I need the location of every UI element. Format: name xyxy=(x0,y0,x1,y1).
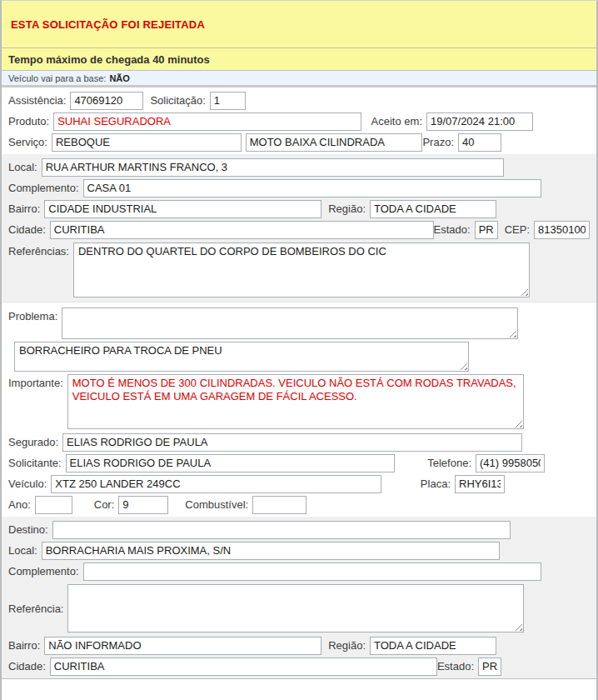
origin-regiao-input[interactable] xyxy=(370,200,496,218)
rejected-banner: ESTA SOLICITAÇÃO FOI REJEITADA xyxy=(2,1,596,48)
footer-spacer xyxy=(2,679,596,700)
vehicle-to-base-bar: Veículo vai para a base: NÃO xyxy=(2,71,596,88)
origin-cidade-row: Cidade: Estado: CEP: xyxy=(2,219,596,240)
dest-referencia-row: Referência: xyxy=(2,584,596,632)
assistencia-label: Assistência: xyxy=(8,94,66,107)
cor-label: Cor: xyxy=(94,498,115,511)
origin-estado-label: Estado: xyxy=(434,223,471,236)
dest-bairro-label: Bairro: xyxy=(8,639,40,652)
origin-complemento-row: Complemento: xyxy=(2,178,596,198)
origin-estado-input[interactable] xyxy=(475,221,498,239)
assistance-row: Assistência: Solicitação: xyxy=(2,90,596,111)
aceito-em-label: Aceito em: xyxy=(371,115,422,128)
segurado-label: Segurado: xyxy=(8,436,58,448)
aceito-em-input[interactable] xyxy=(426,112,533,131)
rejected-banner-text: ESTA SOLICITAÇÃO FOI REJEITADA xyxy=(11,18,205,31)
solicitacao-label: Solicitação: xyxy=(150,94,205,107)
origin-complemento-input[interactable] xyxy=(83,179,541,198)
destination-section: Destino: Local: Complemento: Referência:… xyxy=(2,517,596,679)
origin-regiao-label: Região: xyxy=(328,202,366,215)
produto-input[interactable] xyxy=(53,112,361,131)
observacao-textarea[interactable]: BORRACHEIRO PARA TROCA DE PNEU xyxy=(14,342,469,372)
max-arrival-time-text: Tempo máximo de chegada 40 minutos xyxy=(8,53,210,66)
dest-cidade-input[interactable] xyxy=(50,658,437,676)
dest-bairro-input[interactable] xyxy=(44,637,321,655)
servico-tipo-input[interactable] xyxy=(246,133,423,152)
destino-row: Destino: xyxy=(2,519,596,540)
solicitante-input[interactable] xyxy=(66,454,395,472)
problema-textarea[interactable] xyxy=(62,308,518,339)
solicitante-row: Solicitante: Telefone: xyxy=(2,452,596,473)
dest-referencia-textarea[interactable] xyxy=(67,584,524,632)
servico-input[interactable] xyxy=(52,133,242,152)
assistencia-input[interactable] xyxy=(70,92,143,110)
dest-bairro-row: Bairro: Região: xyxy=(2,635,596,656)
solicitacao-input[interactable] xyxy=(210,92,246,110)
product-row: Produto: Aceito em: xyxy=(2,111,596,132)
placa-label: Placa: xyxy=(421,478,451,490)
origin-referencias-label: Referências: xyxy=(8,242,69,258)
request-section: Assistência: Solicitação: Produto: Aceit… xyxy=(2,88,596,154)
ano-label: Ano: xyxy=(8,498,31,511)
origin-local-row: Local: xyxy=(2,157,596,178)
assistance-request-form: ESTA SOLICITAÇÃO FOI REJEITADA Tempo máx… xyxy=(0,0,598,700)
servico-label: Serviço: xyxy=(8,136,47,148)
importante-label: Importante: xyxy=(8,374,63,389)
destino-input[interactable] xyxy=(52,521,511,539)
dest-estado-label: Estado: xyxy=(437,660,474,672)
dest-cidade-label: Cidade: xyxy=(8,660,46,672)
problema-row: Problema: xyxy=(2,308,596,339)
dest-referencia-label: Referência: xyxy=(8,602,63,615)
veiculo-input[interactable] xyxy=(51,475,381,493)
segurado-row: Segurado: xyxy=(2,432,596,452)
dest-complemento-input[interactable] xyxy=(83,562,541,581)
origin-complemento-label: Complemento: xyxy=(8,182,79,194)
ano-cor-combustivel-row: Ano: Cor: Combustível: xyxy=(2,494,596,515)
origin-bairro-row: Bairro: Região: xyxy=(2,198,596,219)
details-section: Problema: BORRACHEIRO PARA TROCA DE PNEU… xyxy=(2,302,596,517)
placa-input[interactable] xyxy=(455,475,505,493)
dest-local-label: Local: xyxy=(8,544,37,557)
origin-referencias-textarea[interactable]: DENTRO DO QUARTEL DO CORPO DE BOMBEIROS … xyxy=(73,242,530,298)
destino-label: Destino: xyxy=(8,523,48,536)
max-arrival-time-banner: Tempo máximo de chegada 40 minutos xyxy=(2,48,596,71)
veiculo-label: Veículo: xyxy=(8,478,47,490)
service-row: Serviço: Prazo: xyxy=(2,132,596,152)
origin-cep-label: CEP: xyxy=(505,223,530,236)
origin-section: Local: Complemento: Bairro: Região: Cida… xyxy=(2,154,596,302)
origin-bairro-input[interactable] xyxy=(44,200,321,218)
combustivel-label: Combustível: xyxy=(185,498,248,511)
origin-local-input[interactable] xyxy=(42,158,504,177)
telefone-input[interactable] xyxy=(476,454,545,472)
produto-label: Produto: xyxy=(8,115,49,128)
dest-complemento-row: Complemento: xyxy=(2,561,596,582)
origin-bairro-label: Bairro: xyxy=(8,202,40,215)
origin-local-label: Local: xyxy=(8,161,37,173)
vehicle-to-base-label: Veículo vai para a base: xyxy=(8,73,106,83)
prazo-label: Prazo: xyxy=(422,136,454,148)
dest-regiao-input[interactable] xyxy=(370,637,496,655)
importante-row: Importante: MOTO É MENOS DE 300 CILINDRA… xyxy=(2,374,596,429)
observacao-row: BORRACHEIRO PARA TROCA DE PNEU xyxy=(2,342,596,372)
solicitante-label: Solicitante: xyxy=(8,457,62,469)
vehicle-to-base-value: NÃO xyxy=(109,73,129,83)
dest-local-row: Local: xyxy=(2,540,596,561)
dest-complemento-label: Complemento: xyxy=(8,565,79,578)
segurado-input[interactable] xyxy=(62,433,522,452)
prazo-input[interactable] xyxy=(458,133,501,152)
ano-input[interactable] xyxy=(35,496,72,514)
origin-cidade-input[interactable] xyxy=(50,221,434,239)
dest-local-input[interactable] xyxy=(42,542,500,560)
cor-input[interactable] xyxy=(118,496,168,514)
origin-cidade-label: Cidade: xyxy=(8,223,46,236)
dest-estado-input[interactable] xyxy=(478,658,501,676)
origin-cep-input[interactable] xyxy=(534,221,590,239)
origin-referencias-row: Referências: DENTRO DO QUARTEL DO CORPO … xyxy=(2,242,596,298)
telefone-label: Telefone: xyxy=(427,457,471,469)
veiculo-row: Veículo: Placa: xyxy=(2,473,596,494)
dest-regiao-label: Região: xyxy=(328,639,366,652)
problema-label: Problema: xyxy=(8,308,57,322)
importante-textarea[interactable]: MOTO É MENOS DE 300 CILINDRADAS. VEICULO… xyxy=(67,374,524,429)
dest-cidade-row: Cidade: Estado: xyxy=(2,656,596,677)
combustivel-input[interactable] xyxy=(252,496,306,514)
